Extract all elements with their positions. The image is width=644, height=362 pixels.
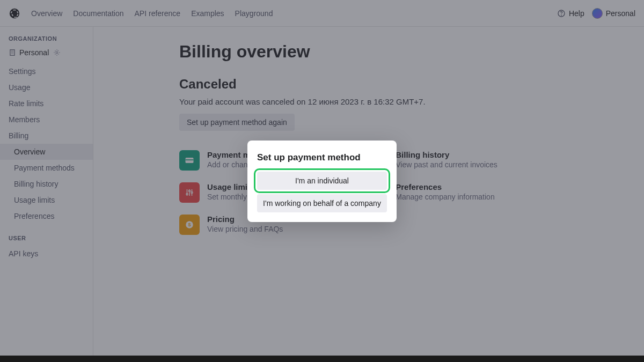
bottom-border xyxy=(0,356,644,362)
modal-overlay[interactable]: Set up payment method I'm an individual … xyxy=(0,0,644,362)
company-button[interactable]: I'm working on behalf of a company xyxy=(257,194,387,212)
modal-title: Set up payment method xyxy=(257,152,387,163)
payment-setup-modal: Set up payment method I'm an individual … xyxy=(247,141,397,222)
individual-button[interactable]: I'm an individual xyxy=(257,172,387,190)
